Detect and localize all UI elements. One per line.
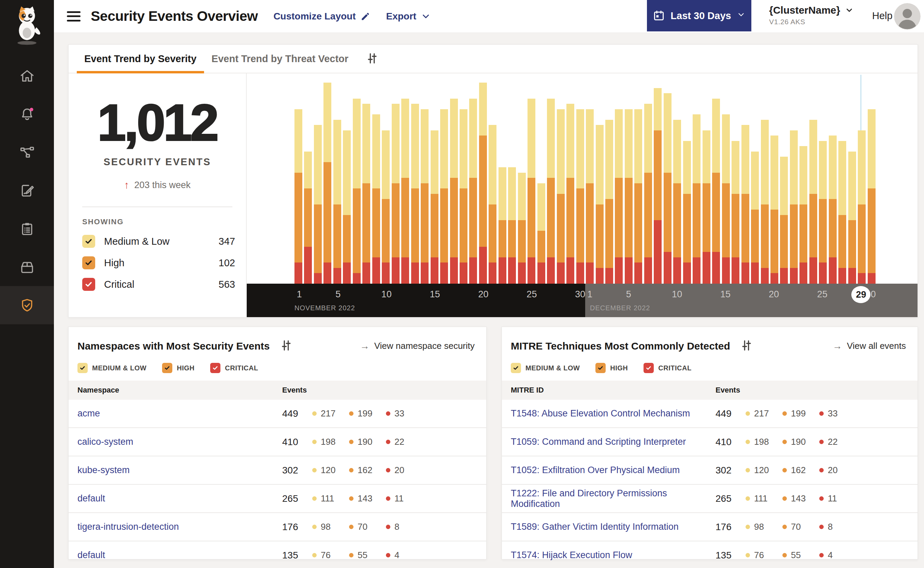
chart-settings-button[interactable] — [364, 50, 380, 68]
bar-day[interactable] — [702, 130, 710, 284]
bar-day[interactable] — [819, 141, 827, 284]
namespace-link[interactable]: default — [77, 493, 282, 504]
namespace-link[interactable]: calico-system — [77, 437, 282, 447]
mitre-technique-link[interactable]: T1222: File and Directory Permissions Mo… — [511, 488, 716, 509]
sidebar-item-alerts[interactable] — [0, 95, 54, 133]
bar-day[interactable] — [809, 120, 817, 284]
bar-day[interactable] — [450, 99, 458, 284]
mitre-technique-link[interactable]: T1589: Gather Victim Identity Informatio… — [511, 521, 716, 532]
bar-day[interactable] — [469, 99, 477, 284]
checkbox-high[interactable] — [82, 256, 95, 269]
sidebar-item-policies[interactable] — [0, 171, 54, 210]
bar-day[interactable] — [508, 167, 516, 284]
bar-day[interactable] — [537, 183, 545, 284]
sidebar-item-threat-defense[interactable] — [0, 286, 54, 324]
bar-day[interactable] — [567, 104, 574, 284]
view-namespace-security-link[interactable]: → View namespace security — [360, 341, 475, 352]
severity-toggle-critical[interactable]: Critical 563 — [82, 278, 235, 291]
bar-day[interactable] — [625, 109, 633, 284]
bar-day[interactable] — [829, 136, 837, 284]
checkbox-critical[interactable] — [210, 363, 220, 373]
bar-day[interactable] — [333, 120, 341, 284]
bar-day[interactable] — [799, 146, 807, 284]
bar-day[interactable] — [673, 120, 681, 284]
bar-day[interactable] — [294, 109, 302, 284]
bar-day[interactable] — [683, 141, 691, 284]
filter-high[interactable]: HIGH — [595, 363, 628, 373]
bar-day[interactable] — [868, 109, 876, 284]
bar-day[interactable] — [644, 104, 652, 284]
help-link[interactable]: Help — [870, 10, 895, 22]
export-button[interactable]: Export — [386, 11, 431, 22]
bar-day[interactable] — [596, 125, 604, 284]
bar-day[interactable] — [615, 109, 623, 284]
bar-day[interactable] — [722, 114, 730, 284]
bar-day[interactable] — [479, 83, 487, 284]
bar-day[interactable] — [460, 109, 467, 284]
user-avatar[interactable] — [894, 3, 921, 30]
bar-day[interactable] — [557, 109, 565, 284]
current-day-pill[interactable]: 29 — [851, 286, 870, 303]
bar-day[interactable] — [382, 130, 390, 284]
bar-day[interactable] — [343, 130, 351, 284]
bar-day[interactable] — [401, 99, 409, 284]
tab-event-trend-by-severity[interactable]: Event Trend by Severity — [77, 45, 204, 73]
bar-day[interactable] — [654, 88, 662, 284]
bar-day[interactable] — [634, 109, 642, 284]
checkbox-medium-low[interactable] — [77, 363, 88, 373]
card-settings-button[interactable] — [739, 337, 755, 355]
checkbox-high[interactable] — [162, 363, 172, 373]
date-range-button[interactable]: Last 30 Days — [647, 0, 751, 32]
checkbox-medium-low[interactable] — [511, 363, 521, 373]
bar-day[interactable] — [848, 151, 856, 284]
sidebar-item-compliance[interactable] — [0, 210, 54, 248]
mitre-technique-link[interactable]: T1052: Exfiltration Over Physical Medium — [511, 465, 716, 476]
sidebar-item-image-assurance[interactable] — [0, 248, 54, 286]
bar-day[interactable] — [605, 120, 613, 284]
checkbox-critical[interactable] — [82, 278, 95, 291]
namespace-link[interactable]: kube-system — [77, 465, 282, 476]
checkbox-medium-low[interactable] — [82, 235, 95, 248]
bar-day[interactable] — [488, 125, 496, 284]
bar-day[interactable] — [392, 104, 399, 284]
bar-day[interactable] — [586, 109, 594, 284]
mitre-technique-link[interactable]: T1574: Hijack Execution Flow — [511, 550, 716, 560]
bar-day[interactable] — [440, 109, 448, 284]
bar-day[interactable] — [761, 120, 769, 284]
sidebar-item-home[interactable] — [0, 57, 54, 95]
namespace-link[interactable]: default — [77, 550, 282, 560]
bar-day[interactable] — [751, 151, 759, 284]
bar-day[interactable] — [547, 99, 555, 284]
bar-day[interactable] — [431, 130, 439, 284]
bar-day[interactable] — [499, 167, 506, 284]
filter-critical[interactable]: CRITICAL — [210, 363, 258, 373]
severity-toggle-medium-low[interactable]: Medium & Low 347 — [82, 235, 235, 248]
bar-day[interactable] — [576, 109, 584, 284]
bar-day[interactable] — [731, 141, 739, 284]
bar-day[interactable] — [518, 173, 526, 284]
sidebar-item-service-graph[interactable] — [0, 133, 54, 171]
namespace-link[interactable]: acme — [77, 408, 282, 419]
bar-day[interactable] — [664, 93, 671, 284]
mitre-technique-link[interactable]: T1548: Abuse Elevation Control Mechanism — [511, 408, 716, 419]
bar-day[interactable] — [421, 109, 428, 284]
bar-day[interactable] — [304, 151, 312, 284]
bar-day[interactable] — [780, 157, 788, 284]
bar-day[interactable] — [858, 130, 866, 284]
bar-day[interactable] — [838, 141, 846, 284]
namespace-link[interactable]: tigera-intrusion-detection — [77, 521, 282, 532]
bar-day[interactable] — [712, 99, 720, 284]
bar-day[interactable] — [372, 114, 380, 284]
severity-toggle-high[interactable]: High 102 — [82, 256, 235, 269]
checkbox-critical[interactable] — [644, 363, 654, 373]
bar-day[interactable] — [693, 114, 701, 284]
filter-high[interactable]: HIGH — [162, 363, 194, 373]
bar-day[interactable] — [528, 99, 535, 284]
filter-medium-low[interactable]: MEDIUM & LOW — [77, 363, 146, 373]
mitre-technique-link[interactable]: T1059: Command and Scripting Interpreter — [511, 437, 716, 447]
bar-day[interactable] — [314, 125, 322, 284]
card-settings-button[interactable] — [278, 337, 294, 355]
bar-day[interactable] — [411, 104, 419, 284]
cluster-selector[interactable]: {ClusterName} V1.26 AKS — [769, 5, 854, 26]
menu-hamburger-button[interactable] — [67, 11, 80, 21]
